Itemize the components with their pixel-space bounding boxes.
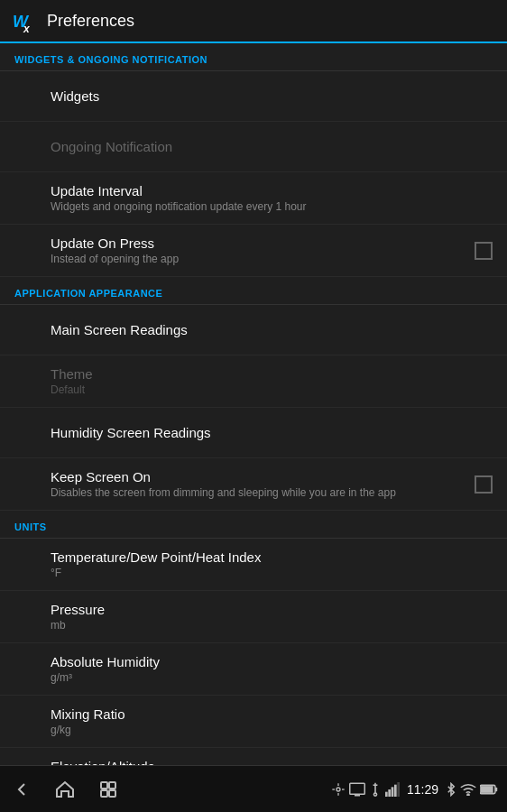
svg-rect-4: [101, 790, 107, 797]
pref-item-content-elevation-altitude: Elevation/Altitudeft: [51, 759, 493, 765]
svg-rect-11: [350, 783, 365, 794]
pref-item-subtitle-theme: Default: [51, 383, 493, 396]
nav-gps-icon: [331, 782, 346, 797]
nav-recents-button[interactable]: [87, 768, 130, 811]
svg-rect-17: [388, 789, 391, 797]
pref-item-title-humidity-screen-readings: Humidity Screen Readings: [51, 425, 493, 440]
pref-item-subtitle-update-on-press: Instead of opening the app: [51, 253, 467, 265]
svg-rect-18: [392, 787, 394, 797]
svg-point-15: [373, 793, 376, 796]
pref-item-content-main-screen-readings: Main Screen Readings: [51, 322, 493, 337]
svg-rect-5: [109, 790, 115, 797]
nav-usb-icon: [369, 782, 382, 797]
nav-signal-icon: [385, 782, 400, 797]
pref-item-subtitle-mixing-ratio: g/kg: [51, 724, 493, 736]
app-bar-title: Preferences: [47, 12, 134, 31]
pref-item-title-main-screen-readings: Main Screen Readings: [51, 322, 493, 337]
nav-bar: 11:29: [0, 765, 507, 812]
nav-back-button[interactable]: [0, 768, 43, 811]
pref-item-theme: ThemeDefault: [0, 355, 507, 408]
svg-rect-20: [397, 782, 400, 797]
pref-item-content-ongoing-notification: Ongoing Notification: [51, 139, 493, 154]
nav-screen-icon: [349, 782, 365, 797]
pref-item-title-elevation-altitude: Elevation/Altitude: [51, 759, 493, 765]
section-header-widgets: WIDGETS & ONGOING NOTIFICATION: [0, 43, 507, 70]
svg-rect-23: [481, 786, 493, 793]
pref-item-title-widgets-item: Widgets: [51, 88, 493, 104]
pref-item-content-keep-screen-on: Keep Screen OnDisables the screen from d…: [51, 469, 467, 499]
pref-item-content-update-on-press: Update On PressInstead of opening the ap…: [51, 235, 467, 265]
pref-item-content-temp-dew-heat: Temperature/Dew Point/Heat Index°F: [51, 549, 493, 579]
pref-item-subtitle-temp-dew-heat: °F: [51, 567, 493, 579]
pref-item-keep-screen-on[interactable]: Keep Screen OnDisables the screen from d…: [0, 458, 507, 511]
bluetooth-icon: [446, 782, 456, 797]
svg-text:x: x: [23, 23, 31, 34]
pref-item-subtitle-keep-screen-on: Disables the screen from dimming and sle…: [51, 486, 467, 499]
pref-checkbox-keep-screen-on[interactable]: [475, 475, 493, 494]
pref-item-content-pressure: Pressuremb: [51, 602, 493, 632]
pref-item-subtitle-pressure: mb: [51, 619, 493, 632]
pref-item-subtitle-update-interval: Widgets and ongoing notification update …: [51, 200, 493, 213]
pref-item-content-absolute-humidity: Absolute Humidityg/m³: [51, 654, 493, 684]
pref-item-content-update-interval: Update IntervalWidgets and ongoing notif…: [51, 183, 493, 213]
pref-item-update-interval[interactable]: Update IntervalWidgets and ongoing notif…: [0, 172, 507, 225]
pref-item-content-theme: ThemeDefault: [51, 366, 493, 396]
pref-item-title-ongoing-notification: Ongoing Notification: [51, 139, 493, 154]
preferences-content: WIDGETS & ONGOING NOTIFICATIONWidgetsOng…: [0, 43, 507, 765]
pref-item-update-on-press[interactable]: Update On PressInstead of opening the ap…: [0, 225, 507, 277]
pref-item-title-pressure: Pressure: [51, 602, 493, 617]
pref-item-title-mixing-ratio: Mixing Ratio: [51, 706, 493, 722]
pref-item-widgets-item[interactable]: Widgets: [0, 71, 507, 122]
pref-item-main-screen-readings[interactable]: Main Screen Readings: [0, 305, 507, 355]
app-logo-icon: W x: [11, 7, 38, 34]
status-time: 11:29: [407, 782, 438, 797]
section-header-units: UNITS: [0, 511, 507, 538]
svg-point-6: [336, 788, 340, 791]
pref-item-title-keep-screen-on: Keep Screen On: [51, 469, 467, 484]
pref-item-title-update-on-press: Update On Press: [51, 235, 467, 251]
app-bar: W x Preferences: [0, 0, 507, 43]
pref-item-humidity-screen-readings[interactable]: Humidity Screen Readings: [0, 408, 507, 458]
svg-rect-16: [385, 791, 388, 796]
svg-rect-24: [495, 787, 497, 791]
pref-item-ongoing-notification: Ongoing Notification: [0, 122, 507, 172]
svg-rect-3: [109, 782, 115, 789]
pref-item-content-mixing-ratio: Mixing Ratiog/kg: [51, 706, 493, 736]
svg-rect-2: [101, 782, 107, 789]
pref-item-content-widgets-item: Widgets: [51, 88, 493, 104]
pref-item-temp-dew-heat[interactable]: Temperature/Dew Point/Heat Index°F: [0, 539, 507, 591]
nav-home-button[interactable]: [43, 768, 87, 811]
pref-checkbox-update-on-press[interactable]: [475, 242, 493, 260]
pref-item-title-temp-dew-heat: Temperature/Dew Point/Heat Index: [51, 549, 493, 565]
pref-item-content-humidity-screen-readings: Humidity Screen Readings: [51, 425, 493, 440]
pref-item-title-update-interval: Update Interval: [51, 183, 493, 198]
pref-item-pressure[interactable]: Pressuremb: [0, 591, 507, 643]
battery-icon: [480, 783, 498, 796]
svg-rect-19: [394, 784, 397, 796]
pref-item-mixing-ratio[interactable]: Mixing Ratiog/kg: [0, 696, 507, 748]
pref-item-title-theme: Theme: [51, 366, 493, 382]
wifi-icon: [460, 783, 476, 796]
pref-item-absolute-humidity[interactable]: Absolute Humidityg/m³: [0, 643, 507, 696]
pref-item-subtitle-absolute-humidity: g/m³: [51, 671, 493, 684]
svg-point-21: [467, 793, 469, 795]
pref-item-elevation-altitude[interactable]: Elevation/Altitudeft: [0, 748, 507, 765]
section-header-appearance: APPLICATION APPEARANCE: [0, 277, 507, 304]
pref-item-title-absolute-humidity: Absolute Humidity: [51, 654, 493, 669]
